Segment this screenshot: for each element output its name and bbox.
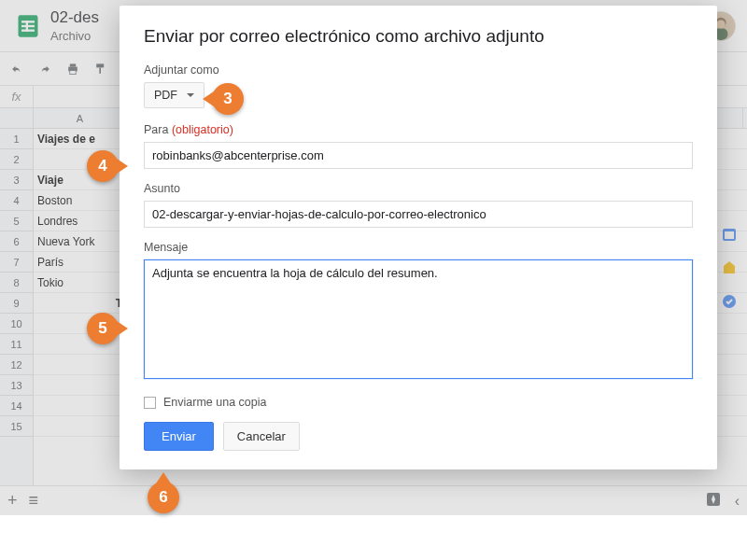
row-header[interactable]: 9 — [0, 293, 33, 314]
redo-icon[interactable] — [35, 61, 54, 77]
svg-point-8 — [716, 20, 725, 28]
calendar-sidepanel-icon[interactable] — [721, 226, 738, 243]
send-copy-checkbox[interactable] — [144, 397, 156, 409]
email-attachment-dialog: Enviar por correo electrónico como archi… — [120, 6, 717, 469]
row-header[interactable]: 1 — [0, 129, 33, 149]
undo-icon[interactable] — [7, 61, 26, 77]
row-header[interactable]: 2 — [0, 149, 33, 170]
sidepanel-collapse-icon[interactable]: ‹ — [735, 493, 740, 510]
cancel-button[interactable]: Cancelar — [223, 422, 300, 451]
cell[interactable]: Tokio — [34, 273, 127, 292]
dialog-title: Enviar por correo electrónico como archi… — [144, 26, 693, 47]
row-header[interactable]: 6 — [0, 231, 33, 252]
cell[interactable]: T — [34, 293, 127, 313]
svg-rect-10 — [70, 63, 76, 66]
subject-input[interactable] — [144, 201, 693, 228]
subject-label: Asunto — [144, 182, 693, 195]
message-textarea[interactable] — [144, 259, 693, 379]
row-header[interactable]: 12 — [0, 355, 33, 375]
attach-as-label: Adjuntar como — [144, 63, 693, 77]
row-header[interactable]: 3 — [0, 170, 33, 190]
row-header[interactable]: 7 — [0, 252, 33, 273]
callout-6: 6 — [148, 482, 179, 513]
print-icon[interactable] — [63, 61, 82, 77]
col-header-a[interactable]: A — [34, 108, 127, 128]
fx-label: fx — [0, 86, 34, 107]
cell[interactable]: Londres — [34, 211, 127, 231]
paint-format-icon[interactable] — [92, 61, 110, 77]
callout-3: 3 — [212, 83, 244, 115]
cell[interactable]: Boston — [34, 190, 127, 210]
all-sheets-button[interactable]: ≡ — [29, 491, 39, 511]
keep-sidepanel-icon[interactable] — [721, 259, 738, 276]
svg-rect-4 — [26, 21, 28, 32]
row-header[interactable]: 8 — [0, 273, 33, 293]
tasks-sidepanel-icon[interactable] — [721, 293, 738, 310]
cell[interactable]: París — [34, 252, 127, 272]
cell[interactable]: Viajes de e — [34, 129, 127, 148]
row-header[interactable]: 11 — [0, 334, 33, 355]
row-header[interactable]: 13 — [0, 375, 33, 396]
row-header[interactable]: 14 — [0, 396, 33, 416]
to-input[interactable] — [144, 142, 693, 169]
attach-format-dropdown[interactable]: PDF — [144, 82, 204, 108]
send-button[interactable]: Enviar — [144, 422, 214, 451]
sheets-logo-icon[interactable] — [11, 9, 45, 43]
send-copy-label: Enviarme una copia — [163, 396, 266, 409]
svg-rect-13 — [99, 67, 101, 73]
row-header[interactable]: 10 — [0, 314, 33, 334]
callout-4: 4 — [87, 150, 119, 182]
explore-icon[interactable] — [705, 491, 722, 511]
svg-rect-15 — [725, 231, 734, 239]
caret-down-icon — [187, 93, 194, 97]
svg-rect-12 — [96, 63, 104, 67]
sheet-tabs-bar: + ≡ ‹ — [0, 485, 747, 515]
row-header[interactable]: 4 — [0, 190, 33, 211]
add-sheet-button[interactable]: + — [7, 491, 18, 511]
attach-format-value: PDF — [154, 89, 177, 102]
cell[interactable]: Nueva York — [34, 231, 127, 251]
to-label: Para (obligatorio) — [144, 123, 693, 136]
svg-rect-11 — [70, 70, 76, 74]
message-label: Mensaje — [144, 241, 693, 254]
callout-5: 5 — [87, 313, 119, 344]
row-header[interactable]: 5 — [0, 211, 33, 231]
row-header[interactable]: 15 — [0, 416, 33, 437]
